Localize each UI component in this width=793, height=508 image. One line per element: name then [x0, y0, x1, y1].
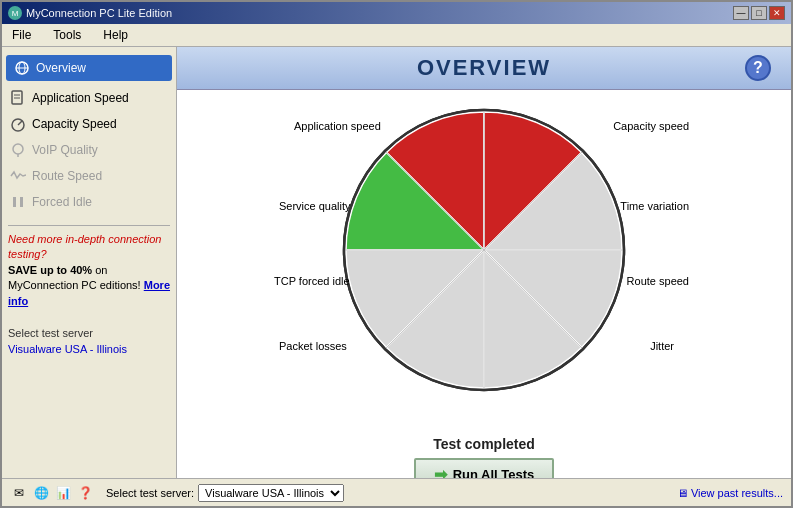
server-select-bar: Select test server: Visualware USA - Ill…	[106, 484, 673, 502]
sidebar: Overview Application Speed Capacity Spee…	[2, 47, 177, 478]
page-title: OVERVIEW	[223, 55, 745, 81]
status-bar-icons: ✉ 🌐 📊 ❓	[10, 484, 94, 502]
server-link[interactable]: Visualware USA - Illinois	[8, 343, 170, 355]
svg-rect-11	[20, 197, 23, 207]
promo-save: SAVE up to 40%	[8, 264, 92, 276]
promo-box: Need more in-depth connection testing? S…	[8, 225, 170, 309]
sidebar-item-route-speed[interactable]: Route Speed	[2, 163, 176, 189]
svg-rect-10	[13, 197, 16, 207]
view-past-results-link[interactable]: 🖥 View past results...	[677, 487, 783, 499]
label-packet-losses: Packet losses	[279, 340, 347, 352]
svg-line-7	[18, 121, 22, 125]
globe-icon	[14, 60, 30, 76]
status-bar: ✉ 🌐 📊 ❓ Select test server: Visualware U…	[2, 478, 791, 506]
help-button[interactable]: ?	[745, 55, 771, 81]
sidebar-item-overview[interactable]: Overview	[6, 55, 172, 81]
promo-line1: Need more in-depth connection testing?	[8, 233, 161, 260]
sidebar-item-application-speed[interactable]: Application Speed	[2, 85, 176, 111]
svg-point-8	[13, 144, 23, 154]
menu-help[interactable]: Help	[97, 26, 134, 44]
app-icon: M	[8, 6, 22, 20]
sidebar-item-forced-idle[interactable]: Forced Idle	[2, 189, 176, 215]
run-all-tests-button[interactable]: ➡ Run All Tests	[414, 458, 555, 478]
pie-chart	[334, 100, 634, 400]
title-bar: M MyConnection PC Lite Edition — □ ✕	[2, 2, 791, 24]
label-jitter: Jitter	[650, 340, 674, 352]
application-speed-label: Application Speed	[32, 91, 129, 105]
server-dropdown[interactable]: Visualware USA - Illinois	[198, 484, 344, 502]
title-bar-left: M MyConnection PC Lite Edition	[8, 6, 172, 20]
server-select-label: Select test server	[8, 327, 170, 339]
headset-icon	[10, 142, 26, 158]
chart-status-icon[interactable]: 📊	[54, 484, 72, 502]
minimize-button[interactable]: —	[733, 6, 749, 20]
content-area: OVERVIEW ?	[177, 47, 791, 478]
capacity-speed-label: Capacity Speed	[32, 117, 117, 131]
results-icon: 🖥	[677, 487, 688, 499]
email-icon[interactable]: ✉	[10, 484, 28, 502]
label-time-variation: Time variation	[620, 200, 689, 212]
pie-container: Application speed Capacity speed Service…	[274, 100, 694, 430]
server-label-bar: Select test server:	[106, 487, 194, 499]
window-title: MyConnection PC Lite Edition	[26, 7, 172, 19]
pause-icon	[10, 194, 26, 210]
menu-bar: File Tools Help	[2, 24, 791, 47]
run-button-label: Run All Tests	[453, 467, 535, 478]
gauge-icon	[10, 116, 26, 132]
label-application-speed: Application speed	[294, 120, 381, 132]
title-bar-buttons: — □ ✕	[733, 6, 785, 20]
main-area: Overview Application Speed Capacity Spee…	[2, 47, 791, 478]
run-arrow-icon: ➡	[434, 465, 447, 478]
label-capacity-speed: Capacity speed	[613, 120, 689, 132]
menu-file[interactable]: File	[6, 26, 37, 44]
voip-quality-label: VoIP Quality	[32, 143, 98, 157]
label-service-quality: Service quality	[279, 200, 351, 212]
label-route-speed: Route speed	[627, 275, 689, 287]
close-button[interactable]: ✕	[769, 6, 785, 20]
test-status: Test completed	[433, 436, 535, 452]
doc-icon	[10, 90, 26, 106]
sidebar-item-capacity-speed[interactable]: Capacity Speed	[2, 111, 176, 137]
label-tcp-forced-idle: TCP forced idle	[274, 275, 350, 287]
route-speed-label: Route Speed	[32, 169, 102, 183]
page-header: OVERVIEW ?	[177, 47, 791, 90]
chart-area: Application speed Capacity speed Service…	[177, 90, 791, 478]
forced-idle-label: Forced Idle	[32, 195, 92, 209]
overview-label: Overview	[36, 61, 86, 75]
sidebar-item-voip-quality[interactable]: VoIP Quality	[2, 137, 176, 163]
chart-bottom: Test completed ➡ Run All Tests	[414, 436, 555, 478]
maximize-button[interactable]: □	[751, 6, 767, 20]
window-frame: M MyConnection PC Lite Edition — □ ✕ Fil…	[0, 0, 793, 508]
help-status-icon[interactable]: ❓	[76, 484, 94, 502]
menu-tools[interactable]: Tools	[47, 26, 87, 44]
globe-status-icon[interactable]: 🌐	[32, 484, 50, 502]
wave-icon	[10, 168, 26, 184]
